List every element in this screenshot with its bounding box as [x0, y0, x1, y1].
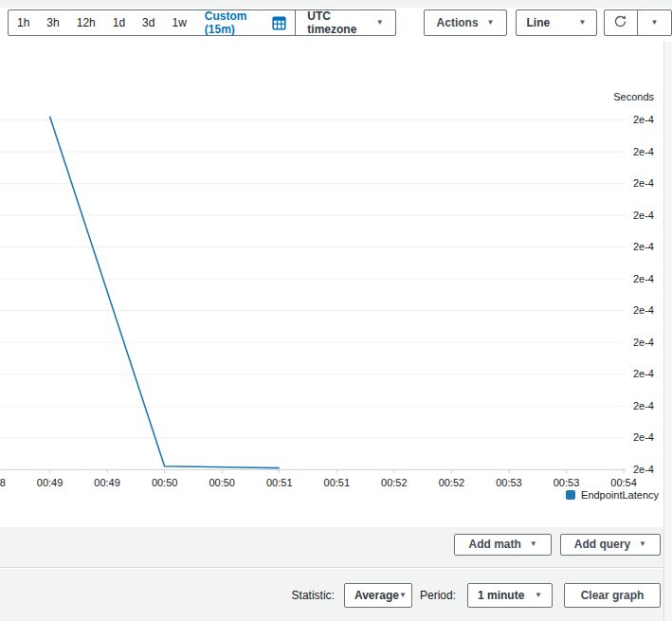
- y-tick-label: 2e-4: [597, 368, 654, 379]
- y-axis-unit: Seconds: [588, 91, 654, 102]
- math-query-row: Add math ▼ Add query ▼: [0, 527, 663, 568]
- statistic-value: Average: [354, 589, 399, 602]
- chart-plot-area[interactable]: [0, 42, 663, 527]
- chevron-down-icon: ▼: [376, 19, 384, 27]
- clear-graph-label: Clear graph: [581, 589, 645, 602]
- line-chart: Seconds 2e-42e-42e-42e-42e-42e-42e-42e-4…: [0, 42, 663, 527]
- x-tick-label: 00:52: [430, 477, 472, 488]
- y-tick-label: 2e-4: [597, 114, 654, 125]
- refresh-icon: [613, 14, 627, 31]
- chevron-down-icon: ▼: [650, 19, 658, 27]
- y-tick-label: 2e-4: [597, 337, 654, 348]
- time-range-custom[interactable]: Custom (15m): [195, 10, 273, 35]
- y-tick-label: 2e-4: [597, 241, 654, 252]
- time-range-12h[interactable]: 12h: [68, 10, 104, 35]
- chevron-down-icon: ▼: [530, 540, 537, 548]
- refresh-button[interactable]: [604, 9, 638, 36]
- chart-type-select[interactable]: Line ▼: [516, 9, 596, 36]
- add-math-label: Add math: [468, 538, 520, 551]
- x-tick-label: 00:51: [316, 477, 357, 488]
- time-range-1w[interactable]: 1w: [163, 10, 194, 35]
- series-line-EndpointLatency: [50, 117, 280, 468]
- timezone-dropdown[interactable]: UTC timezone ▼: [296, 9, 394, 36]
- x-tick-label: 00:54: [603, 477, 645, 488]
- add-query-button[interactable]: Add query ▼: [560, 534, 661, 556]
- legend-label: EndpointLatency: [581, 489, 659, 501]
- time-range-1h[interactable]: 1h: [9, 10, 38, 35]
- statistic-label: Statistic:: [292, 589, 335, 602]
- y-tick-label: 2e-4: [597, 400, 654, 411]
- y-tick-label: 2e-4: [597, 177, 654, 189]
- actions-label: Actions: [437, 16, 479, 29]
- y-tick-label: 2e-4: [597, 210, 654, 221]
- calendar-icon[interactable]: [272, 16, 295, 30]
- period-value: 1 minute: [478, 589, 524, 602]
- timezone-label: UTC timezone: [307, 9, 366, 36]
- x-tick-label: 00:49: [86, 477, 128, 488]
- time-range-3h[interactable]: 3h: [38, 10, 67, 35]
- y-tick-label: 2e-4: [597, 464, 654, 475]
- x-tick-label: 00:53: [488, 477, 530, 488]
- graph-toolbar: 1h3h12h1d3d1w Custom (15m) UTC timezone …: [8, 9, 672, 36]
- statistic-select[interactable]: Average ▼: [344, 583, 412, 608]
- y-tick-label: 2e-4: [597, 146, 654, 157]
- time-range-1d[interactable]: 1d: [104, 10, 134, 35]
- add-math-button[interactable]: Add math ▼: [454, 534, 551, 556]
- clear-graph-button[interactable]: Clear graph: [564, 583, 661, 608]
- panel-right-rail: [663, 42, 672, 621]
- x-tick-label: 00:52: [373, 477, 415, 488]
- metrics-graph-panel: 1h3h12h1d3d1w Custom (15m) UTC timezone …: [0, 8, 672, 621]
- statistic-period-row: Statistic: Average ▼ Period: 1 minute ▼ …: [0, 569, 663, 621]
- y-tick-label: 2e-4: [597, 304, 654, 316]
- time-range-3d[interactable]: 3d: [134, 10, 163, 35]
- y-tick-label: 2e-4: [597, 431, 654, 443]
- chart-type-value: Line: [526, 16, 550, 29]
- legend-item-endpointlatency[interactable]: EndpointLatency: [566, 489, 659, 501]
- chevron-down-icon: ▼: [535, 592, 542, 599]
- add-query-label: Add query: [574, 538, 630, 551]
- chevron-down-icon: ▼: [399, 592, 407, 599]
- chevron-down-icon: ▼: [487, 19, 495, 27]
- period-label: Period:: [420, 589, 456, 602]
- chevron-down-icon: ▼: [639, 540, 646, 548]
- x-tick-label: 00:53: [546, 477, 588, 488]
- x-tick-label: 00:49: [29, 477, 71, 488]
- panel-top-strip: [0, 0, 672, 8]
- period-select[interactable]: 1 minute ▼: [467, 583, 553, 608]
- y-tick-label: 2e-4: [597, 273, 654, 284]
- x-tick-label: 00:48: [0, 477, 13, 488]
- time-range-group: 1h3h12h1d3d1w Custom (15m) UTC timezone …: [8, 9, 396, 36]
- actions-button[interactable]: Actions ▼: [424, 9, 508, 36]
- chevron-down-icon: ▼: [579, 19, 587, 27]
- x-tick-label: 00:50: [144, 477, 186, 488]
- x-tick-label: 00:51: [259, 477, 300, 488]
- legend-color-swatch: [566, 490, 575, 500]
- x-tick-label: 00:50: [201, 477, 243, 488]
- refresh-options-button[interactable]: ▼: [637, 9, 672, 36]
